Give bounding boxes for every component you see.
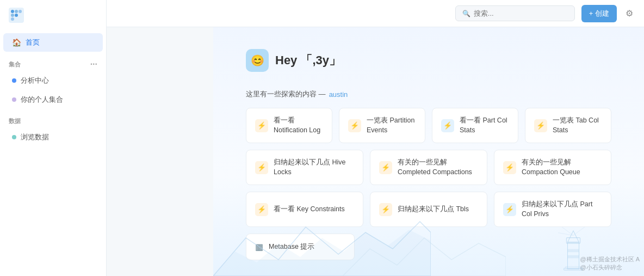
svg-line-16 — [562, 227, 573, 235]
mountains-mid-svg — [343, 232, 506, 276]
personal-dot-icon — [12, 97, 16, 102]
compaction-queue-icon: ⚡ — [503, 161, 516, 174]
svg-line-18 — [573, 227, 585, 235]
gear-icon: ⚙ — [626, 9, 633, 18]
browse-dot-icon — [12, 135, 16, 139]
svg-marker-19 — [343, 238, 506, 276]
tip-label: Metabase 提示 — [269, 242, 314, 252]
sidebar: 🏠 首页 集合 ··· 分析中心 你的个人集合 数据 浏览数 — [0, 0, 107, 276]
sidebar-item-analytics-label: 分析中心 — [21, 76, 49, 85]
svg-point-6 — [11, 17, 14, 21]
tbls-label: 归纳起来以下几点 Tbls — [398, 205, 469, 214]
part-col-stats-label: 看一看 Part Col Stats — [460, 116, 509, 135]
part-col-privs-icon: ⚡ — [503, 203, 516, 216]
tip-icon: ▦ — [255, 242, 263, 252]
card-part-col-stats[interactable]: ⚡ 看一看 Part Col Stats — [432, 108, 518, 143]
sidebar-item-personal[interactable]: 你的个人集合 — [3, 90, 103, 109]
logo-area — [0, 0, 106, 30]
main-content: 😊 Hey 「,3y」 这里有一些探索的内容 — austin ⚡ 看一看 No… — [213, 27, 644, 276]
card-completed-compactions[interactable]: ⚡ 有关的一些见解 Completed Compactions — [370, 150, 487, 185]
tab-col-stats-label: 一览表 Tab Col Stats — [553, 116, 602, 135]
sidebar-item-browse-label: 浏览数据 — [21, 132, 49, 142]
card-compaction-queue[interactable]: ⚡ 有关的一些见解 Compaction Queue — [494, 150, 611, 185]
completed-compactions-label: 有关的一些见解 Completed Compactions — [398, 158, 478, 177]
data-section-header: 数据 — [0, 109, 106, 127]
watermark: @稀土掘金技术社区 A @小石头碎碎念 — [580, 255, 640, 272]
collections-more-icon[interactable]: ··· — [90, 60, 97, 69]
card-hive-locks[interactable]: ⚡ 归纳起来以下几点 Hive Locks — [246, 150, 363, 185]
notification-log-label: 看一看 Notification Log — [274, 116, 323, 135]
key-constraints-label: 看一看 Key Constraints — [274, 205, 345, 214]
card-tab-col-stats[interactable]: ⚡ 一览表 Tab Col Stats — [525, 108, 611, 143]
sidebar-item-home-label: 首页 — [26, 38, 40, 47]
svg-rect-13 — [568, 255, 579, 259]
sidebar-item-personal-label: 你的个人集合 — [21, 95, 63, 105]
settings-button[interactable]: ⚙ — [623, 6, 635, 21]
card-tbls[interactable]: ⚡ 归纳起来以下几点 Tbls — [370, 192, 487, 227]
notification-log-icon: ⚡ — [255, 119, 268, 132]
search-icon: 🔍 — [462, 10, 470, 17]
cards-row-2: ⚡ 归纳起来以下几点 Hive Locks ⚡ 有关的一些见解 Complete… — [246, 150, 611, 185]
svg-point-2 — [15, 10, 18, 13]
compaction-queue-label: 有关的一些见解 Compaction Queue — [522, 158, 602, 177]
svg-rect-15 — [566, 267, 581, 268]
data-label: 数据 — [9, 117, 21, 125]
partition-events-icon: ⚡ — [348, 119, 361, 132]
svg-point-1 — [11, 10, 14, 13]
cards-row-3: ⚡ 看一看 Key Constraints ⚡ 归纳起来以下几点 Tbls ⚡ … — [246, 192, 611, 227]
greeting-emoji: 😊 — [251, 54, 264, 67]
svg-rect-9 — [568, 242, 579, 269]
hive-locks-icon: ⚡ — [255, 161, 268, 174]
create-button-label: + 创建 — [589, 9, 609, 19]
part-col-stats-icon: ⚡ — [441, 119, 454, 132]
explore-header: 这里有一些探索的内容 — austin — [246, 89, 611, 99]
partition-events-label: 一览表 Partition Events — [367, 116, 416, 135]
topbar: 🔍 + 创建 ⚙ — [107, 0, 644, 27]
sidebar-item-home[interactable]: 🏠 首页 — [3, 33, 103, 52]
sidebar-item-analytics[interactable]: 分析中心 — [3, 71, 103, 90]
collections-label: 集合 — [9, 60, 21, 69]
card-partition-events[interactable]: ⚡ 一览表 Partition Events — [339, 108, 425, 143]
svg-line-17 — [558, 233, 573, 236]
explore-prefix: 这里有一些探索的内容 — — [246, 89, 326, 99]
part-col-privs-label: 归纳起来以下几点 Part Col Privs — [522, 200, 602, 219]
search-bar[interactable]: 🔍 — [455, 5, 575, 21]
svg-rect-12 — [568, 249, 579, 253]
create-button[interactable]: + 创建 — [581, 5, 617, 22]
svg-point-4 — [11, 14, 14, 17]
search-input[interactable] — [474, 9, 568, 17]
sidebar-item-browse[interactable]: 浏览数据 — [3, 128, 103, 146]
explore-link[interactable]: austin — [329, 90, 348, 99]
cards-row-1: ⚡ 看一看 Notification Log ⚡ 一览表 Partition E… — [246, 108, 611, 143]
app-logo — [9, 8, 24, 23]
completed-compactions-icon: ⚡ — [379, 161, 392, 174]
key-constraints-icon: ⚡ — [255, 203, 268, 216]
svg-marker-10 — [568, 231, 579, 242]
collections-section-header: 集合 ··· — [0, 52, 106, 71]
greeting-section: 😊 Hey 「,3y」 — [246, 49, 611, 72]
card-notification-log[interactable]: ⚡ 看一看 Notification Log — [246, 108, 332, 143]
svg-rect-11 — [566, 238, 580, 244]
svg-point-3 — [18, 10, 22, 13]
home-icon: 🏠 — [12, 38, 21, 47]
card-key-constraints[interactable]: ⚡ 看一看 Key Constraints — [246, 192, 363, 227]
tip-card[interactable]: ▦ Metabase 提示 — [246, 234, 355, 260]
analytics-dot-icon — [12, 78, 16, 83]
hive-locks-label: 归纳起来以下几点 Hive Locks — [274, 158, 354, 177]
greeting-avatar: 😊 — [246, 49, 269, 72]
sidebar-navigation: 🏠 首页 集合 ··· 分析中心 你的个人集合 数据 浏览数 — [0, 30, 106, 276]
svg-point-5 — [15, 14, 18, 17]
greeting-text: Hey 「,3y」 — [275, 52, 341, 69]
tab-col-stats-icon: ⚡ — [534, 119, 547, 132]
tbls-icon: ⚡ — [379, 203, 392, 216]
card-part-col-privs[interactable]: ⚡ 归纳起来以下几点 Part Col Privs — [494, 192, 611, 227]
